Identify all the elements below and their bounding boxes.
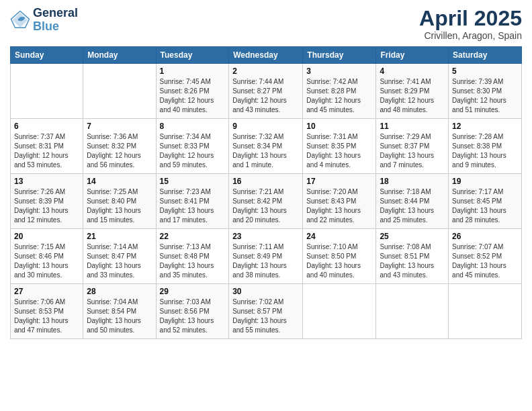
day-number: 14	[87, 177, 152, 186]
day-cell: 5Sunrise: 7:39 AM Sunset: 8:30 PM Daylig…	[449, 64, 522, 119]
col-header-monday: Monday	[83, 47, 156, 64]
day-info: Sunrise: 7:42 AM Sunset: 8:28 PM Dayligh…	[306, 77, 372, 115]
day-cell: 18Sunrise: 7:18 AM Sunset: 8:44 PM Dayli…	[376, 174, 449, 229]
day-info: Sunrise: 7:29 AM Sunset: 8:37 PM Dayligh…	[380, 132, 445, 170]
day-info: Sunrise: 7:25 AM Sunset: 8:40 PM Dayligh…	[87, 187, 152, 225]
day-cell: 10Sunrise: 7:31 AM Sunset: 8:35 PM Dayli…	[303, 119, 376, 174]
day-info: Sunrise: 7:08 AM Sunset: 8:51 PM Dayligh…	[380, 242, 445, 280]
day-cell: 13Sunrise: 7:26 AM Sunset: 8:39 PM Dayli…	[11, 174, 83, 229]
day-cell: 27Sunrise: 7:06 AM Sunset: 8:53 PM Dayli…	[11, 284, 83, 339]
day-info: Sunrise: 7:20 AM Sunset: 8:43 PM Dayligh…	[306, 187, 372, 225]
logo-text: General Blue	[33, 7, 78, 34]
col-header-sunday: Sunday	[11, 47, 83, 64]
day-info: Sunrise: 7:17 AM Sunset: 8:45 PM Dayligh…	[452, 187, 518, 225]
day-info: Sunrise: 7:14 AM Sunset: 8:47 PM Dayligh…	[87, 242, 152, 280]
day-cell: 12Sunrise: 7:28 AM Sunset: 8:38 PM Dayli…	[449, 119, 522, 174]
day-cell	[449, 284, 522, 339]
col-header-wednesday: Wednesday	[229, 47, 303, 64]
day-cell: 26Sunrise: 7:07 AM Sunset: 8:52 PM Dayli…	[449, 229, 522, 284]
day-number: 19	[452, 177, 518, 186]
day-number: 6	[14, 122, 79, 131]
day-cell: 20Sunrise: 7:15 AM Sunset: 8:46 PM Dayli…	[11, 229, 83, 284]
day-info: Sunrise: 7:21 AM Sunset: 8:42 PM Dayligh…	[232, 187, 299, 225]
day-cell: 24Sunrise: 7:10 AM Sunset: 8:50 PM Dayli…	[303, 229, 376, 284]
day-cell: 1Sunrise: 7:45 AM Sunset: 8:26 PM Daylig…	[156, 64, 229, 119]
day-info: Sunrise: 7:02 AM Sunset: 8:57 PM Dayligh…	[232, 298, 299, 335]
day-number: 7	[87, 122, 152, 131]
day-cell: 30Sunrise: 7:02 AM Sunset: 8:57 PM Dayli…	[229, 284, 303, 339]
day-info: Sunrise: 7:06 AM Sunset: 8:53 PM Dayligh…	[14, 298, 79, 335]
day-info: Sunrise: 7:31 AM Sunset: 8:35 PM Dayligh…	[306, 132, 372, 170]
day-number: 28	[87, 287, 152, 296]
day-number: 3	[306, 66, 372, 76]
title-block: April 2025 Crivillen, Aragon, Spain	[419, 7, 522, 41]
month-title: April 2025	[419, 7, 522, 30]
week-row-1: 1Sunrise: 7:45 AM Sunset: 8:26 PM Daylig…	[11, 64, 522, 119]
calendar-table: SundayMondayTuesdayWednesdayThursdayFrid…	[10, 46, 522, 339]
day-cell: 2Sunrise: 7:44 AM Sunset: 8:27 PM Daylig…	[229, 64, 303, 119]
header: General Blue April 2025 Crivillen, Arago…	[10, 7, 522, 41]
day-info: Sunrise: 7:11 AM Sunset: 8:49 PM Dayligh…	[232, 242, 299, 280]
day-number: 29	[160, 287, 226, 296]
day-info: Sunrise: 7:39 AM Sunset: 8:30 PM Dayligh…	[452, 77, 518, 115]
col-header-saturday: Saturday	[449, 47, 522, 64]
day-info: Sunrise: 7:44 AM Sunset: 8:27 PM Dayligh…	[232, 77, 299, 115]
col-header-thursday: Thursday	[303, 47, 376, 64]
day-info: Sunrise: 7:04 AM Sunset: 8:54 PM Dayligh…	[87, 298, 152, 335]
day-cell: 23Sunrise: 7:11 AM Sunset: 8:49 PM Dayli…	[229, 229, 303, 284]
day-number: 1	[160, 66, 226, 76]
day-info: Sunrise: 7:23 AM Sunset: 8:41 PM Dayligh…	[160, 187, 226, 225]
day-number: 20	[14, 232, 79, 241]
day-info: Sunrise: 7:41 AM Sunset: 8:29 PM Dayligh…	[380, 77, 445, 115]
day-cell	[83, 64, 156, 119]
day-info: Sunrise: 7:26 AM Sunset: 8:39 PM Dayligh…	[14, 187, 79, 225]
day-number: 4	[380, 66, 445, 76]
day-cell: 8Sunrise: 7:34 AM Sunset: 8:33 PM Daylig…	[156, 119, 229, 174]
day-number: 2	[232, 66, 299, 76]
day-number: 15	[160, 177, 226, 186]
logo: General Blue	[10, 7, 78, 34]
day-number: 25	[380, 232, 445, 241]
day-number: 11	[380, 122, 445, 131]
day-number: 26	[452, 232, 518, 241]
day-cell: 22Sunrise: 7:13 AM Sunset: 8:48 PM Dayli…	[156, 229, 229, 284]
day-number: 21	[87, 232, 152, 241]
day-cell: 6Sunrise: 7:37 AM Sunset: 8:31 PM Daylig…	[11, 119, 83, 174]
logo-icon	[10, 10, 30, 30]
day-info: Sunrise: 7:18 AM Sunset: 8:44 PM Dayligh…	[380, 187, 445, 225]
day-cell: 25Sunrise: 7:08 AM Sunset: 8:51 PM Dayli…	[376, 229, 449, 284]
day-number: 17	[306, 177, 372, 186]
day-info: Sunrise: 7:15 AM Sunset: 8:46 PM Dayligh…	[14, 242, 79, 280]
day-info: Sunrise: 7:10 AM Sunset: 8:50 PM Dayligh…	[306, 242, 372, 280]
day-info: Sunrise: 7:32 AM Sunset: 8:34 PM Dayligh…	[232, 132, 299, 170]
day-number: 18	[380, 177, 445, 186]
day-number: 24	[306, 232, 372, 241]
day-number: 27	[14, 287, 79, 296]
day-cell: 15Sunrise: 7:23 AM Sunset: 8:41 PM Dayli…	[156, 174, 229, 229]
day-number: 16	[232, 177, 299, 186]
day-info: Sunrise: 7:45 AM Sunset: 8:26 PM Dayligh…	[160, 77, 226, 115]
day-info: Sunrise: 7:36 AM Sunset: 8:32 PM Dayligh…	[87, 132, 152, 170]
day-cell: 16Sunrise: 7:21 AM Sunset: 8:42 PM Dayli…	[229, 174, 303, 229]
week-row-2: 6Sunrise: 7:37 AM Sunset: 8:31 PM Daylig…	[11, 119, 522, 174]
day-number: 30	[232, 287, 299, 296]
day-cell: 29Sunrise: 7:03 AM Sunset: 8:56 PM Dayli…	[156, 284, 229, 339]
day-number: 5	[452, 66, 518, 76]
day-cell: 21Sunrise: 7:14 AM Sunset: 8:47 PM Dayli…	[83, 229, 156, 284]
day-number: 12	[452, 122, 518, 131]
day-info: Sunrise: 7:13 AM Sunset: 8:48 PM Dayligh…	[160, 242, 226, 280]
logo-general: General	[33, 7, 78, 20]
logo-blue: Blue	[33, 19, 59, 33]
day-number: 23	[232, 232, 299, 241]
day-cell: 4Sunrise: 7:41 AM Sunset: 8:29 PM Daylig…	[376, 64, 449, 119]
week-row-5: 27Sunrise: 7:06 AM Sunset: 8:53 PM Dayli…	[11, 284, 522, 339]
day-number: 8	[160, 122, 226, 131]
day-cell: 17Sunrise: 7:20 AM Sunset: 8:43 PM Dayli…	[303, 174, 376, 229]
day-cell: 7Sunrise: 7:36 AM Sunset: 8:32 PM Daylig…	[83, 119, 156, 174]
page: General Blue April 2025 Crivillen, Arago…	[0, 0, 532, 411]
day-number: 22	[160, 232, 226, 241]
day-cell: 9Sunrise: 7:32 AM Sunset: 8:34 PM Daylig…	[229, 119, 303, 174]
day-number: 9	[232, 122, 299, 131]
location: Crivillen, Aragon, Spain	[419, 30, 522, 41]
col-header-friday: Friday	[376, 47, 449, 64]
